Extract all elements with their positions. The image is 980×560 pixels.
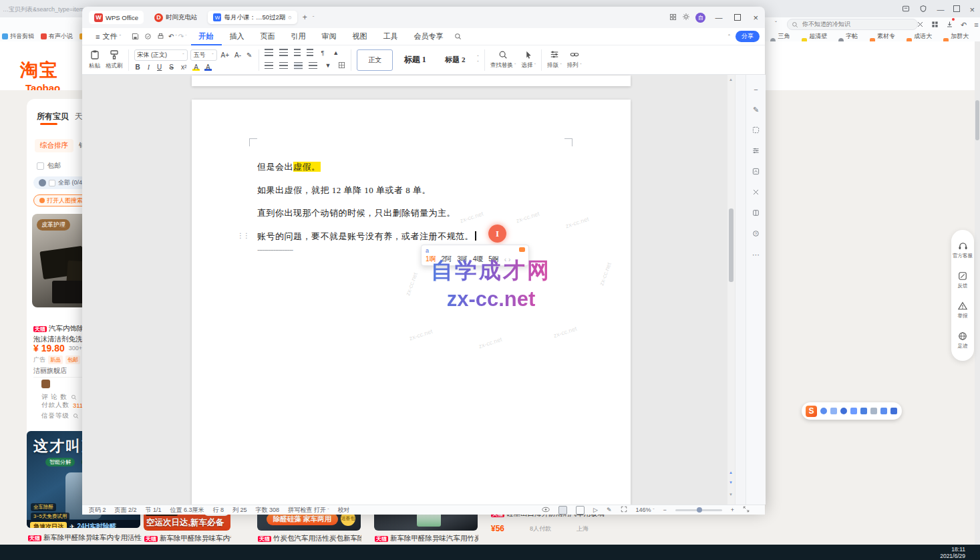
paragraph-drag-handle[interactable]: ⋮⋮ [237, 232, 249, 239]
align-right-icon[interactable] [309, 62, 317, 69]
eye-protect-icon[interactable] [542, 507, 550, 514]
apps-grid-icon[interactable] [931, 19, 939, 30]
status-proofread[interactable]: 校对 [338, 506, 350, 515]
font-color-button[interactable]: A [204, 63, 212, 71]
capture-tool-icon[interactable] [820, 408, 827, 414]
user-avatar[interactable]: 自 [695, 13, 705, 23]
bookmark-item[interactable]: 有声小说 [41, 32, 73, 41]
wps-minimize-button[interactable]: — [715, 13, 722, 21]
taskbar-clock[interactable]: 18:11 2021/6/29 [940, 546, 965, 559]
collapse-ribbon-icon[interactable]: ˆ [728, 33, 730, 40]
arrange-button[interactable]: 排列 ˇ [567, 50, 582, 69]
shading-icon[interactable]: ▼ [323, 62, 332, 69]
wps-maximize-button[interactable] [734, 12, 741, 23]
browser-search-box[interactable] [787, 19, 918, 30]
paragraph[interactable]: 但是会出虚假。 [257, 161, 321, 173]
zoom-in-button[interactable]: + [731, 507, 734, 513]
product-title[interactable]: 天猫 竹炭包汽车用活性炭包新车除甲醛 [258, 534, 361, 543]
align-center-icon[interactable] [279, 62, 288, 69]
tab-list-caret-icon[interactable]: ˇ [313, 15, 315, 21]
strikethrough-button[interactable]: S [168, 63, 175, 71]
screenshot-icon[interactable] [917, 19, 924, 30]
lookup-icon[interactable] [73, 410, 79, 421]
tab-tools[interactable]: 工具 [375, 28, 406, 45]
report-button[interactable]: 举报 [958, 301, 968, 319]
previous-page-icon[interactable]: ▲ [729, 470, 733, 474]
product-title[interactable]: 天猫 新车除甲醛除异味汽车用竹炭包 [375, 534, 478, 543]
signature-icon[interactable] [746, 168, 766, 176]
footprint-button[interactable]: 足迹 [958, 331, 968, 350]
style-gallery-down-icon[interactable]: ˇ [477, 60, 478, 65]
browser-close-button[interactable]: × [969, 5, 975, 15]
feedback-button[interactable]: 反馈 [958, 271, 968, 290]
ime-keyboard-icon[interactable] [519, 247, 525, 252]
fit-page-icon[interactable] [621, 506, 627, 514]
bookmark-item[interactable]: 抖音剪辑 [2, 32, 34, 41]
format-painter-button[interactable]: 格式刷 [106, 49, 123, 71]
zoom-out-button[interactable]: − [663, 507, 666, 513]
document-scrollbar[interactable]: ▲ ▲ ▼ ▼ [727, 75, 735, 505]
browser-menu-icon[interactable]: ≡ [974, 21, 978, 29]
capture-tool-icon[interactable] [870, 408, 877, 414]
tab-all-items[interactable]: 所有宝贝 [37, 111, 69, 122]
more-icon[interactable]: ⋯ [746, 251, 766, 259]
increase-indent-icon[interactable] [307, 49, 313, 56]
paragraph[interactable]: 如果出虚假，就把 12 单降 10 单或者 8 单。 [257, 184, 431, 196]
image-search-pill[interactable]: 打开人图搜索 [33, 194, 89, 206]
file-menu[interactable]: ≡文件ˇ [88, 28, 129, 45]
help-icon[interactable]: ? [746, 230, 766, 239]
capture-tool-icon[interactable] [840, 408, 847, 414]
tab-review[interactable]: 审阅 [314, 28, 345, 45]
taobao-logo[interactable]: 淘宝 Taobao [20, 58, 60, 94]
redo-caret-icon[interactable]: ˇ [185, 34, 186, 39]
bold-button[interactable]: B [134, 63, 142, 71]
wps-doc-tab-active[interactable]: W 每月小课：…50过2期 ○ [208, 11, 297, 24]
paragraph[interactable]: 直到你出现那个动销的时候，只出删除销量为主。 [257, 207, 456, 219]
edit-pen-icon[interactable]: ✎ [746, 106, 766, 114]
wps-doc-tab[interactable]: D 时间充电站 [149, 11, 203, 24]
layout-grid-icon[interactable] [669, 12, 677, 23]
capture-app-logo[interactable]: S [806, 406, 817, 417]
zoom-slider-thumb[interactable] [697, 507, 702, 513]
share-button[interactable]: 分享 [736, 31, 760, 42]
product-title[interactable]: 天猫 新车除甲醛除异味车内专用活性炭 [28, 533, 142, 543]
crop-icon[interactable] [746, 188, 766, 197]
highlight-color-button[interactable]: A [192, 63, 200, 71]
paste-button[interactable]: 粘贴 [89, 49, 100, 71]
align-left-icon[interactable] [265, 62, 273, 69]
style-gallery-up-icon[interactable]: ˆ [477, 55, 478, 59]
zoom-percent[interactable]: 146% ˇ [636, 507, 655, 513]
text-effects-button[interactable]: ✎ [245, 51, 253, 59]
capture-tool-icon[interactable] [830, 408, 837, 414]
status-spellcheck[interactable]: 拼写检查 打开 ˇ [288, 506, 329, 515]
typeset-button[interactable]: 排版 ˇ [547, 50, 562, 69]
history-icon[interactable]: ↶ [961, 21, 967, 29]
sort-comprehensive[interactable]: 综合排序 [35, 139, 73, 152]
capture-tool-icon[interactable] [890, 408, 897, 414]
panel-collapse-handle[interactable]: − [746, 86, 766, 94]
tab-home[interactable]: 开始 [191, 28, 222, 45]
seller-plugin-icon[interactable] [41, 380, 50, 388]
outline-view-icon[interactable] [576, 506, 585, 515]
product-title[interactable]: 天猫 新车除甲醛除异味车内专用汽车载 [144, 534, 231, 543]
browser-maximize-button[interactable] [953, 5, 960, 13]
grow-font-button[interactable]: A+ [220, 51, 231, 59]
windows-taskbar[interactable]: 18:11 2021/6/29 [0, 545, 980, 560]
output-icon[interactable] [144, 31, 152, 42]
dropdown-caret-icon[interactable]: ˇ [775, 20, 777, 27]
borders-icon[interactable] [338, 60, 345, 71]
next-page-icon[interactable]: ▼ [729, 480, 733, 484]
superscript-button[interactable]: x² [180, 63, 188, 71]
ribbon-search-icon[interactable] [454, 31, 462, 42]
find-replace-button[interactable]: 查找替换 ˇ [490, 50, 516, 70]
tab-insert[interactable]: 插入 [222, 28, 253, 45]
page-view-icon[interactable] [558, 506, 567, 515]
scroll-up-icon[interactable]: ▲ [729, 78, 733, 82]
browser-tab-title[interactable]: …宝贝列表&search_type=item [3, 5, 84, 14]
scrollbar-thumb[interactable] [729, 208, 733, 282]
search-input[interactable] [801, 21, 904, 29]
adjust-sliders-icon[interactable] [746, 147, 766, 156]
settings-gear-icon[interactable] [682, 12, 690, 23]
capture-tool-icon[interactable] [880, 408, 887, 414]
tab-references[interactable]: 引用 [283, 28, 314, 45]
